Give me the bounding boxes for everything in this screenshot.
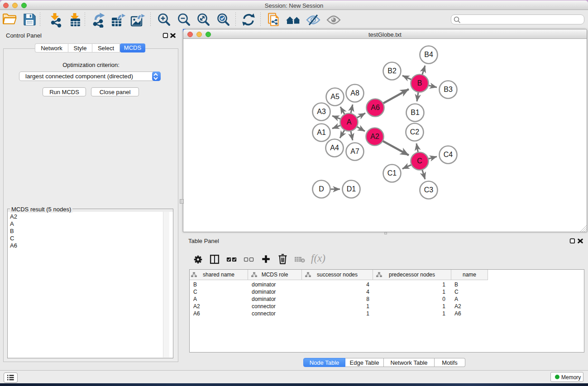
svg-text:B4: B4 [424,51,433,58]
svg-text:A5: A5 [330,93,339,100]
svg-text:A7: A7 [350,148,359,155]
svg-text:B: B [417,79,422,87]
svg-text:A2: A2 [370,133,379,140]
svg-text:D: D [319,185,324,193]
svg-text:C3: C3 [424,186,434,194]
svg-text:A4: A4 [330,144,339,152]
svg-text:A6: A6 [371,104,380,111]
svg-text:A: A [347,118,352,126]
svg-text:C2: C2 [410,128,420,136]
svg-text:A8: A8 [350,89,359,97]
svg-text:C1: C1 [387,169,397,177]
svg-text:B3: B3 [444,86,453,93]
svg-text:B1: B1 [411,109,420,116]
svg-text:A1: A1 [317,129,326,136]
svg-text:A3: A3 [317,108,326,115]
svg-text:C4: C4 [444,151,453,158]
svg-text:D1: D1 [347,185,356,193]
svg-text:C: C [417,157,422,165]
svg-text:B2: B2 [387,67,397,75]
